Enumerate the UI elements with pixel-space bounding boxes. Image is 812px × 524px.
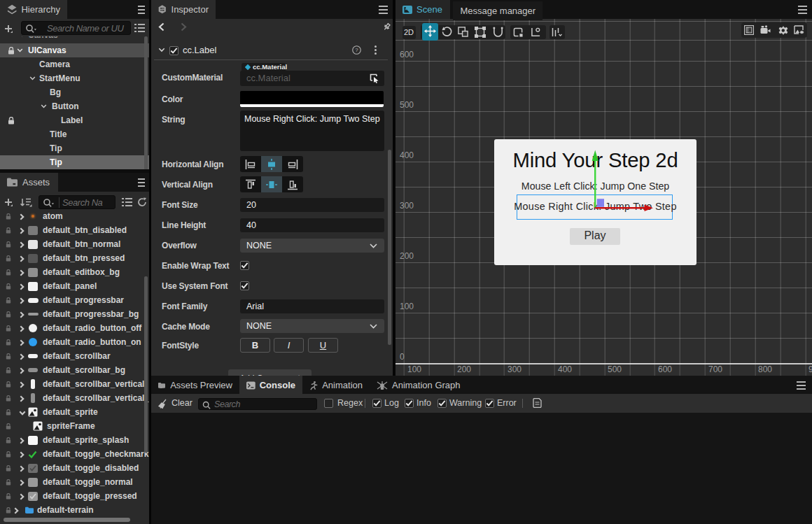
- svg-text:?: ?: [355, 47, 358, 53]
